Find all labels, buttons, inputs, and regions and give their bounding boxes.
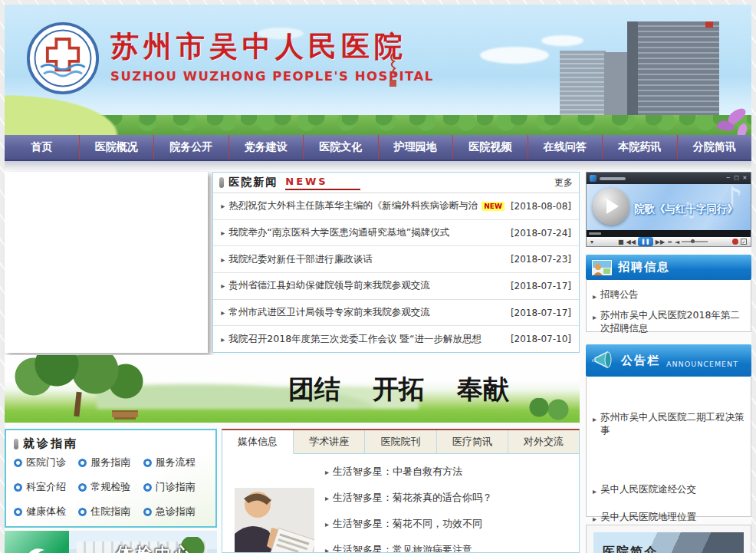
tab-item[interactable]: 医疗简讯 [437, 430, 508, 454]
bullet-arrow-icon: ▸ [593, 413, 597, 436]
media-tabs-panel: 媒体信息 学术讲座 医院院刊 医疗简讯 对外交流 [222, 429, 580, 553]
guide-link-label: 常规检验 [90, 480, 130, 494]
guide-link[interactable]: 急诊指南 [143, 505, 208, 518]
nav-item[interactable]: 护理园地 [379, 135, 454, 160]
recruit-list: ▸ 招聘公告 ▸ 苏州市吴中人民医院2018年第二次招聘信息 [586, 280, 751, 332]
next-icon[interactable]: ▶▶ [656, 239, 665, 245]
playlist-icon[interactable]: ≡ [667, 239, 672, 245]
media-news-photo [235, 488, 314, 553]
slogan-banner: 团结开拓奉献 [5, 355, 580, 423]
guide-link[interactable]: 服务指南 [78, 456, 143, 469]
announcement-item-label: 苏州市吴中人民医院二期工程决策事 [600, 410, 744, 436]
announcement-item[interactable]: ▸ 吴中人民医院途经公交 [593, 482, 744, 498]
guide-link[interactable]: 医院门诊 [14, 456, 78, 469]
news-item-link[interactable]: 我院召开2018年度第三次党委工作会议 暨“进一步解放思想 [228, 333, 482, 346]
news-item-row[interactable]: ▸ 热烈祝贺大外科主任陈革华主编的《新编外科疾病诊断与治 NEW [2018-0… [213, 193, 579, 220]
play-button[interactable] [593, 188, 629, 225]
nav-item[interactable]: 分院简讯 [678, 135, 752, 160]
trees-decoration [528, 398, 574, 421]
news-item-row[interactable]: ▸ 贵州省德江县妇幼保健院领导前来我院参观交流 [2018-07-17] [213, 273, 579, 300]
nav-item[interactable]: 医院概况 [80, 135, 155, 160]
record-icon[interactable] [732, 239, 738, 245]
announcement-item[interactable]: ▸ 苏州市吴中人民医院二期工程决策事 [593, 377, 744, 436]
target-bullet-icon [143, 459, 152, 467]
guide-link[interactable]: 门诊指南 [143, 480, 208, 494]
media-news-link[interactable]: 生活智多星：菊花茶真的适合你吗？ [333, 491, 492, 505]
stop-icon[interactable]: ■ [618, 239, 624, 245]
volume-slider[interactable] [682, 241, 708, 242]
hospital-logo [26, 21, 100, 95]
nav-item[interactable]: 本院药讯 [603, 135, 678, 160]
sidebar: ─ □ ✕ ♪ ♫ 院歌《与红十字同行》 ▾ ■ [586, 172, 751, 553]
media-news-link[interactable]: 生活智多星：常见旅游病要注意 [333, 543, 472, 553]
visit-guide-title: 就诊指南 [23, 436, 78, 451]
media-news-row[interactable]: ▸ 生活智多星：菊花不同，功效不同 [325, 511, 568, 537]
playlist-dropdown-icon[interactable]: ▾ [590, 239, 593, 245]
tree-decoration [11, 355, 164, 404]
hospital-building-image [560, 51, 606, 120]
news-item-link[interactable]: 常州市武进区卫计局领导专家前来我院参观交流 [228, 306, 430, 319]
target-bullet-icon [14, 459, 22, 467]
media-news-row[interactable]: ▸ 生活智多星：中暑自救有方法 [325, 459, 568, 485]
media-news-row[interactable]: ▸ 生活智多星：常见旅游病要注意 [325, 537, 568, 553]
visit-guide-panel: 就诊指南 医院门诊 [5, 429, 217, 528]
guide-link[interactable]: 健康体检 [14, 505, 78, 518]
close-icon[interactable]: ✕ [742, 176, 748, 181]
tab-item[interactable]: 对外交流 [508, 430, 579, 454]
media-news-link[interactable]: 生活智多星：菊花不同，功效不同 [333, 517, 482, 531]
news-item-row[interactable]: ▸ 常州市武进区卫计局领导专家前来我院参观交流 [2018-07-17] [213, 300, 579, 327]
target-bullet-icon [143, 508, 152, 516]
tab-item[interactable]: 医院院刊 [365, 430, 436, 454]
news-item-link[interactable]: 热烈祝贺大外科主任陈革华主编的《新编外科疾病诊断与治 [228, 199, 478, 212]
guide-link[interactable]: 服务流程 [143, 456, 208, 469]
bullet-arrow-icon: ▸ [593, 311, 597, 334]
news-item-row[interactable]: ▸ 我院召开2018年度第三次党委工作会议 暨“进一步解放思想 [2018-07… [213, 326, 579, 352]
play-icon [606, 199, 619, 214]
news-item-link[interactable]: 贵州省德江县妇幼保健院领导前来我院参观交流 [228, 279, 430, 292]
previous-icon[interactable]: ◀◀ [626, 239, 636, 245]
tab-item[interactable]: 学术讲座 [294, 430, 365, 454]
media-news-row[interactable]: ▸ 生活智多星：菊花茶真的适合你吗？ [325, 485, 568, 511]
video-player: ─ □ ✕ ♪ ♫ 院歌《与红十字同行》 ▾ ■ [586, 172, 751, 247]
announcement-item[interactable]: ▸ 吴中人民医院地理位置 [593, 510, 744, 525]
settings-checkbox-icon[interactable]: ✓ [741, 239, 747, 245]
news-item-link[interactable]: 我院举办“南京医科大学医患沟通研究基地”揭牌仪式 [228, 226, 449, 239]
nav-item[interactable]: 首页 [5, 135, 80, 160]
recruit-item[interactable]: ▸ 苏州市吴中人民医院2018年第二次招聘信息 [593, 308, 744, 334]
guide-link[interactable]: 常规检验 [78, 480, 143, 494]
maximize-icon[interactable]: □ [734, 176, 739, 181]
volume-icon[interactable]: ◄ [675, 239, 679, 245]
recruit-item[interactable]: ▸ 招聘公告 [593, 288, 744, 303]
minimize-icon[interactable]: ─ [725, 176, 731, 181]
target-bullet-icon [78, 459, 87, 467]
announcement-header: 公告栏 ANNOUNCEMENT [586, 344, 751, 377]
bullet-arrow-icon: ▸ [325, 520, 329, 528]
target-bullet-icon [14, 483, 22, 492]
nav-item[interactable]: 医院视频 [453, 135, 528, 160]
nav-item[interactable]: 医院文化 [304, 135, 379, 160]
guide-link[interactable]: 住院指南 [78, 505, 143, 518]
main-navigation: 首页 医院概况 院务公开 党务建设 医院文化 护理园地 医院视频 在线问答 本院… [5, 135, 751, 161]
news-item-row[interactable]: ▸ 我院纪委对新任干部进行廉政谈话 [2018-07-23] [213, 246, 579, 273]
content-area: 医院新闻 NEWS 更多 ▸ 热烈祝贺大外科主任陈革华主编的《新编外科疾病诊断与… [5, 170, 751, 553]
nav-item[interactable]: 院务公开 [154, 135, 229, 160]
bullet-arrow-icon: ▸ [221, 255, 225, 264]
nav-item[interactable]: 党务建设 [229, 135, 304, 160]
pause-button[interactable]: ❚❚ [638, 237, 653, 246]
slogan-text: 团结开拓奉献 [288, 372, 509, 407]
news-item-row[interactable]: ▸ 我院举办“南京医科大学医患沟通研究基地”揭牌仪式 [2018-07-24] [213, 220, 579, 247]
target-bullet-icon [78, 508, 87, 516]
hospital-intro-panel[interactable]: 医院简介 [586, 525, 751, 553]
new-badge: NEW [482, 202, 505, 211]
tab-item[interactable]: 媒体信息 [222, 430, 294, 454]
bullet-arrow-icon: ▸ [221, 335, 225, 344]
checkup-center-banner[interactable]: 体检中心 [5, 531, 217, 553]
media-news-link[interactable]: 生活智多星：中暑自救有方法 [333, 465, 462, 479]
bullet-arrow-icon: ▸ [325, 546, 329, 553]
news-item-link[interactable]: 我院纪委对新任干部进行廉政谈话 [228, 253, 373, 266]
player-progress-bar[interactable] [587, 230, 751, 237]
main-column: 医院新闻 NEWS 更多 ▸ 热烈祝贺大外科主任陈革华主编的《新编外科疾病诊断与… [5, 172, 580, 553]
news-more-link[interactable]: 更多 [554, 176, 573, 189]
guide-link[interactable]: 科室介绍 [14, 480, 78, 494]
nav-item[interactable]: 在线问答 [528, 135, 603, 160]
